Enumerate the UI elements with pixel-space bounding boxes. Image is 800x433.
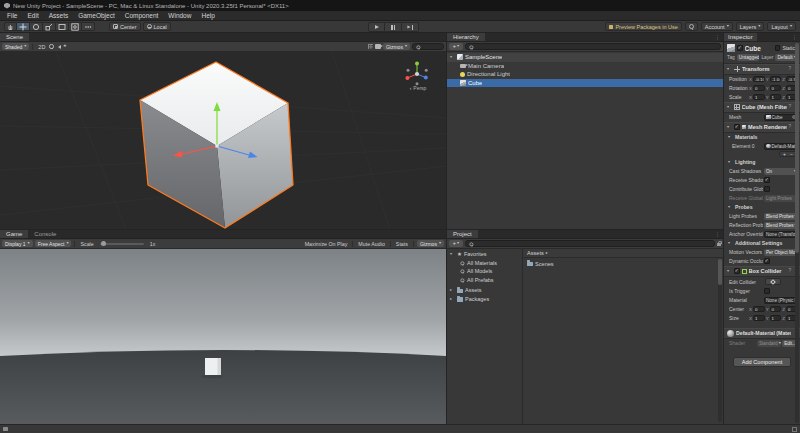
axis-x-cone[interactable] (405, 76, 409, 80)
rect-tool-button[interactable] (56, 22, 69, 31)
help-icon[interactable]: ? (789, 105, 792, 110)
scale-y-field[interactable]: 1 (770, 94, 782, 101)
foldout-icon[interactable]: ▾ (450, 252, 455, 256)
axis-center[interactable] (415, 72, 419, 76)
probes-foldout[interactable]: ▾ Probes (724, 203, 800, 212)
maximize-on-play-toggle[interactable]: Maximize On Play (303, 241, 350, 247)
folder-packages[interactable]: ▸ Packages (447, 295, 522, 304)
gizmos-dropdown[interactable]: Gizmos ▾ (383, 43, 410, 50)
additional-settings-foldout[interactable]: ▾ Additional Settings (724, 239, 800, 248)
materials-foldout[interactable]: ▾ Materials (724, 133, 800, 142)
folder-assets[interactable]: ▸ Assets (447, 286, 522, 295)
position-y-field[interactable]: -1.041091 (770, 76, 782, 83)
material-section-header[interactable]: Default-Material (Material) ⋮ (724, 328, 800, 339)
game-gizmos-dropdown[interactable]: Gizmos ▾ (417, 240, 444, 247)
menu-edit[interactable]: Edit (22, 11, 43, 21)
dynamic-occlusion-checkbox[interactable]: ✓ (764, 258, 770, 264)
help-icon[interactable]: ? (789, 125, 792, 130)
stats-toggle[interactable]: Stats (394, 241, 410, 247)
favorites-row[interactable]: ▾ ★ Favorites (447, 250, 522, 259)
mesh-renderer-enabled-checkbox[interactable]: ✓ (734, 124, 740, 130)
menu-gameobject[interactable]: GameObject (73, 11, 120, 21)
scale-slider-thumb[interactable] (101, 241, 106, 246)
tab-game[interactable]: Game (0, 230, 28, 238)
perspective-toggle[interactable]: ‹ Persp (396, 85, 440, 91)
menu-file[interactable]: File (2, 11, 22, 21)
scene-viewport[interactable]: ‹ Persp (0, 52, 446, 229)
size-x-field[interactable]: 1 (753, 315, 765, 322)
move-tool-button[interactable] (17, 22, 30, 31)
center-x-field[interactable]: 0 (753, 306, 765, 313)
project-search-input[interactable] (465, 240, 715, 247)
mesh-renderer-component-header[interactable]: ▾ ✓ Mesh Renderer ?⋮ (724, 122, 800, 133)
hierarchy-search-input[interactable] (465, 43, 721, 50)
tab-hierarchy[interactable]: Hierarchy (447, 33, 485, 41)
transform-component-header[interactable]: ▾ Transform ?⋮ (724, 64, 800, 75)
menu-dots-icon[interactable]: ⋮ (715, 232, 720, 237)
layers-dropdown[interactable]: Layers ▾ (736, 22, 765, 31)
static-checkbox[interactable] (775, 45, 781, 51)
mesh-object-field[interactable]: Cube (764, 114, 798, 121)
foldout-icon[interactable]: ▾ (728, 160, 733, 164)
transform-tool-button[interactable] (69, 22, 82, 31)
mesh-filter-component-header[interactable]: ▾ Cube (Mesh Filter) ?⋮ (724, 102, 800, 113)
active-checkbox[interactable]: ✓ (737, 45, 743, 51)
favorite-all-models[interactable]: All Models (447, 267, 522, 276)
hierarchy-row-cube[interactable]: Cube (447, 79, 723, 88)
foldout-icon[interactable]: ▾ (728, 241, 733, 245)
play-button[interactable] (368, 22, 385, 32)
anchor-override-field[interactable]: None (Transform) (764, 231, 798, 238)
menu-component[interactable]: Component (120, 11, 164, 21)
project-item-scenes[interactable]: Scenes (524, 259, 723, 268)
cast-shadows-dropdown[interactable]: On ▾ (764, 168, 798, 175)
tab-inspector[interactable]: Inspector (724, 33, 757, 41)
edit-collider-button[interactable] (765, 278, 781, 286)
hierarchy-row-main-camera[interactable]: Main Camera (447, 62, 723, 71)
hierarchy-row-samplescene[interactable]: ▾ SampleScene (447, 53, 723, 62)
padlock-icon[interactable] (717, 243, 721, 246)
position-x-field[interactable]: -0.1050731 (753, 76, 765, 83)
foldout-icon[interactable]: ▾ (727, 269, 732, 273)
scale-slider[interactable] (100, 243, 144, 245)
help-icon[interactable]: ? (789, 269, 792, 274)
2d-toggle[interactable]: 2D (36, 44, 47, 50)
display-dropdown[interactable]: Display 1 ▾ (2, 240, 33, 247)
box-collider-enabled-checkbox[interactable]: ✓ (734, 268, 740, 274)
menu-help[interactable]: Help (196, 11, 219, 21)
foldout-icon[interactable]: ▸ (450, 288, 455, 292)
gizmo-center-handle[interactable] (215, 144, 218, 147)
add-component-button[interactable]: Add Component (733, 357, 791, 367)
foldout-icon[interactable]: ▾ (728, 205, 733, 209)
is-trigger-checkbox[interactable] (764, 288, 770, 294)
lighting-toggle-icon[interactable] (49, 44, 53, 48)
project-scrollbar-thumb[interactable] (718, 259, 722, 285)
foldout-icon[interactable]: ▾ (727, 105, 732, 109)
grid-visibility-icon[interactable] (368, 44, 373, 49)
menu-window[interactable]: Window (163, 11, 196, 21)
create-object-button[interactable]: + ▾ (449, 43, 463, 50)
rotation-x-field[interactable]: 0 (753, 85, 765, 92)
favorite-all-prefabs[interactable]: All Prefabs (447, 276, 522, 285)
custom-tool-button[interactable] (82, 22, 95, 31)
audio-toggle-icon[interactable] (58, 45, 61, 49)
axis-z-cone[interactable] (424, 76, 428, 80)
scene-search-input[interactable] (412, 43, 444, 50)
size-y-field[interactable]: 1 (770, 315, 782, 322)
foldout-icon[interactable]: ▸ (450, 297, 455, 301)
material-object-field[interactable]: Default-Material (764, 143, 798, 150)
tab-scene[interactable]: Scene (0, 33, 29, 41)
activity-indicator-icon[interactable] (792, 427, 797, 432)
mute-audio-toggle[interactable]: Mute Audio (356, 241, 387, 247)
scale-x-field[interactable]: 1 (753, 94, 765, 101)
pause-button[interactable] (385, 22, 402, 32)
rotate-tool-button[interactable] (30, 22, 43, 31)
center-y-field[interactable]: 0 (770, 306, 782, 313)
console-message-icon[interactable] (3, 427, 8, 431)
menu-dots-icon[interactable]: ⋮ (792, 35, 797, 40)
motion-vectors-dropdown[interactable]: Per Object Motion ▾ (764, 249, 798, 256)
inspector-scrollbar[interactable] (795, 43, 799, 423)
menu-assets[interactable]: Assets (44, 11, 74, 21)
physic-material-field[interactable]: None (Physic Material) (764, 297, 798, 304)
tag-dropdown[interactable]: Untagged ▾ (737, 54, 760, 61)
hand-tool-button[interactable] (4, 22, 17, 31)
